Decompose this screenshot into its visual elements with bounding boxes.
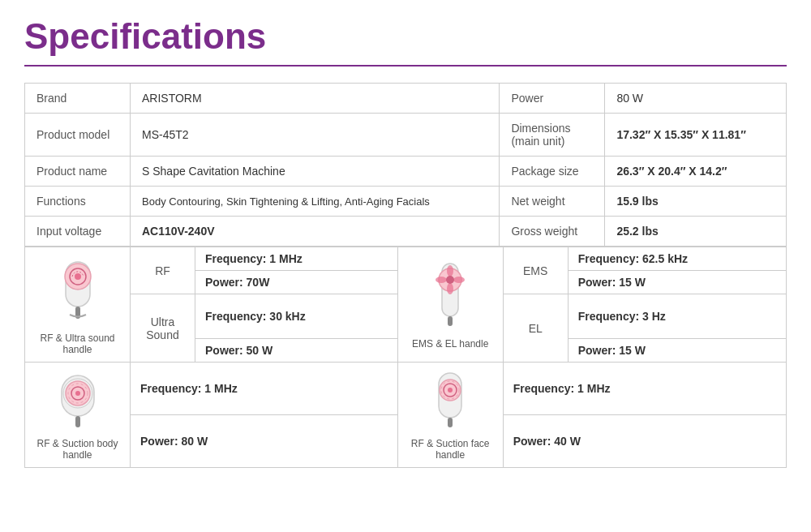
power-label: Power (500, 84, 605, 114)
title-divider (24, 65, 787, 66)
svg-rect-19 (75, 416, 80, 427)
dimensions-label: Dimensions (main unit) (500, 114, 605, 157)
product-model-label: Product model (25, 114, 131, 157)
table-row: Functions Body Contouring, Skin Tighteni… (25, 187, 787, 217)
svg-rect-25 (448, 418, 453, 427)
rf-ultrasound-device-icon (41, 254, 114, 327)
body-handle-power: Power: 80 W (131, 415, 398, 468)
table-row: Product name S Shape Cavitation Machine … (25, 157, 787, 187)
net-weight-value: 15.9 lbs (605, 187, 787, 217)
product-name-value: S Shape Cavitation Machine (131, 157, 500, 187)
svg-point-7 (447, 265, 453, 277)
brand-value: ARISTORM (131, 84, 500, 114)
body-handle-label: RF & Suction body handle (33, 438, 122, 461)
body-handle-frequency: Frequency: 1 MHz (131, 363, 398, 415)
svg-point-8 (447, 283, 453, 294)
svg-point-11 (446, 276, 454, 284)
handle-row-5: RF & Suction body handle Frequency: 1 MH… (25, 363, 787, 415)
ems-sub-label: EMS (503, 247, 568, 294)
gross-weight-value: 25.2 lbs (605, 217, 787, 247)
rf-power: Power: 70W (195, 271, 398, 294)
el-power: Power: 15 W (568, 339, 786, 363)
ultrasound-power: Power: 50 W (195, 339, 398, 363)
body-handle-img-cell: RF & Suction body handle (25, 363, 131, 468)
input-voltage-value: AC110V-240V (131, 217, 500, 247)
body-suction-device-icon (45, 369, 110, 434)
handles-table: RF & Ultra sound handle RF Frequency: 1 … (24, 247, 787, 468)
el-frequency: Frequency: 3 Hz (568, 294, 786, 339)
power-value: 80 W (605, 84, 787, 114)
rf-ultrasound-handle-label: RF & Ultra sound handle (33, 332, 122, 355)
product-model-value: MS-45T2 (131, 114, 500, 157)
face-suction-device-icon (418, 369, 483, 434)
ems-frequency: Frequency: 62.5 kHz (568, 247, 786, 271)
face-handle-power: Power: 40 W (503, 415, 786, 468)
face-handle-label: RF & Suction face handle (406, 438, 495, 461)
svg-rect-12 (448, 316, 453, 326)
face-handle-frequency: Frequency: 1 MHz (503, 363, 786, 415)
svg-point-23 (448, 388, 453, 393)
ultrasound-frequency: Frequency: 30 kHz (195, 294, 398, 339)
package-size-value: 26.3″ X 20.4″ X 14.2″ (605, 157, 787, 187)
svg-point-3 (75, 273, 81, 280)
rf-frequency: Frequency: 1 MHz (195, 247, 398, 271)
table-row: Input voltage AC110V-240V Gross weight 2… (25, 217, 787, 247)
svg-point-10 (453, 277, 465, 283)
svg-point-9 (436, 277, 447, 283)
functions-value: Body Contouring, Skin Tightening & Lifti… (131, 187, 500, 217)
handle-row-1: RF & Ultra sound handle RF Frequency: 1 … (25, 247, 787, 271)
el-sub-label: EL (503, 294, 568, 363)
ems-el-img-cell: EMS & EL handle (397, 247, 503, 363)
net-weight-label: Net weight (500, 187, 605, 217)
ems-el-handle-label: EMS & EL handle (406, 338, 495, 350)
face-handle-img-cell: RF & Suction face handle (397, 363, 503, 468)
package-size-label: Package size (500, 157, 605, 187)
table-row: Product model MS-45T2 Dimensions (main u… (25, 114, 787, 157)
specs-table: Brand ARISTORM Power 80 W Product model … (24, 83, 787, 247)
rf-ultrasound-img-cell: RF & Ultra sound handle (25, 247, 131, 363)
input-voltage-label: Input voltage (25, 217, 131, 247)
ems-power: Power: 15 W (568, 271, 786, 294)
ultrasound-sub-label: Ultra Sound (131, 294, 195, 363)
product-name-label: Product name (25, 157, 131, 187)
svg-point-17 (75, 391, 80, 396)
functions-label: Functions (25, 187, 131, 217)
dimensions-value: 17.32″ X 15.35″ X 11.81″ (605, 114, 787, 157)
gross-weight-label: Gross weight (500, 217, 605, 247)
page-title: Specifications (24, 16, 787, 57)
rf-sub-label: RF (131, 247, 195, 294)
ems-el-device-icon (414, 260, 487, 332)
table-row: Brand ARISTORM Power 80 W (25, 84, 787, 114)
brand-label: Brand (25, 84, 131, 114)
